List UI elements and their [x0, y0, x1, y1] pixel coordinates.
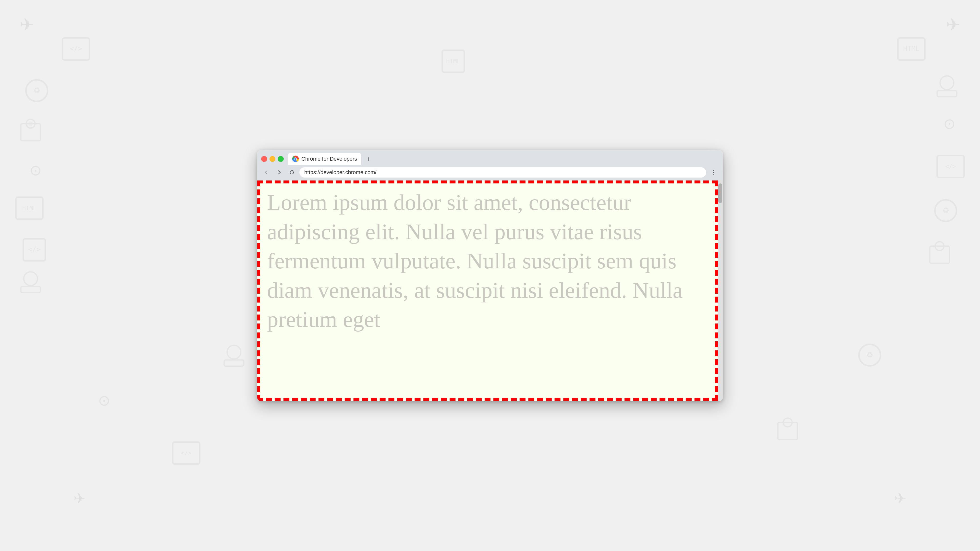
svg-text:</>: </> — [70, 44, 82, 52]
back-button[interactable] — [261, 167, 272, 178]
svg-text:</>: </> — [28, 245, 41, 254]
bg-deco-6: HTML — [15, 196, 44, 221]
bg-deco-5: ⊙ — [29, 162, 41, 179]
scrollbar[interactable] — [718, 181, 723, 401]
window-maximize-button[interactable] — [278, 156, 284, 162]
svg-text:HTML: HTML — [903, 44, 920, 52]
window-close-button[interactable] — [261, 156, 267, 162]
bg-deco-r3 — [934, 73, 960, 99]
svg-point-32 — [783, 418, 792, 427]
svg-point-19 — [935, 200, 956, 221]
window-controls — [261, 156, 284, 162]
svg-rect-31 — [778, 422, 797, 440]
browser-menu-button[interactable] — [708, 167, 719, 178]
svg-point-15 — [940, 76, 954, 90]
svg-rect-21 — [930, 246, 950, 263]
window-minimize-button[interactable] — [269, 156, 275, 162]
url-text: https://developer.chrome.com/ — [304, 169, 701, 176]
svg-point-25 — [227, 345, 241, 359]
svg-rect-7 — [16, 197, 43, 219]
svg-point-37 — [713, 172, 714, 173]
svg-point-35 — [294, 158, 297, 160]
forward-icon — [276, 170, 282, 175]
bg-deco-m5: ♻ — [858, 343, 882, 368]
reload-icon — [289, 170, 294, 175]
browser-toolbar: Chrome for Developers + — [257, 150, 723, 181]
tab-favicon — [292, 156, 299, 162]
bg-deco-m6 — [776, 416, 808, 442]
svg-rect-23 — [442, 50, 464, 72]
browser-content: Lorem ipsum dolor sit amet, consectetur … — [257, 181, 723, 401]
bg-deco-2: </> — [61, 37, 91, 62]
svg-point-29 — [859, 344, 881, 366]
svg-point-11 — [24, 272, 38, 286]
bg-deco-r7 — [929, 240, 960, 265]
browser-tab[interactable]: Chrome for Developers — [288, 153, 361, 165]
svg-rect-13 — [898, 38, 925, 60]
svg-point-5 — [26, 119, 35, 128]
bg-deco-r6: ♻ — [934, 198, 958, 224]
svg-rect-0 — [62, 38, 89, 60]
menu-dots-icon — [711, 170, 717, 175]
tab-bar: Chrome for Developers + — [288, 153, 374, 165]
bg-deco-r5: </> — [936, 154, 965, 180]
bg-deco-m3: ⊙ — [98, 392, 110, 409]
svg-text:♻: ♻ — [866, 351, 873, 359]
scrollbar-thumb[interactable] — [718, 183, 722, 203]
svg-point-36 — [713, 170, 714, 171]
svg-point-2 — [26, 80, 48, 102]
browser-wrapper: Chrome for Developers + — [257, 150, 723, 401]
bg-deco-1: ✈ — [20, 15, 34, 35]
bg-deco-m7: ✈ — [73, 490, 86, 507]
svg-rect-27 — [173, 442, 200, 464]
bg-deco-4 — [20, 118, 51, 143]
svg-rect-12 — [21, 286, 40, 293]
reload-button[interactable] — [286, 167, 297, 178]
svg-rect-17 — [937, 156, 964, 178]
browser-window: Chrome for Developers + — [257, 150, 723, 401]
new-tab-button[interactable]: + — [363, 154, 374, 164]
svg-rect-4 — [21, 124, 40, 141]
svg-text:♻: ♻ — [33, 86, 40, 95]
address-bar[interactable]: https://developer.chrome.com/ — [299, 167, 706, 178]
svg-rect-16 — [937, 91, 957, 97]
bg-deco-m1: HTML — [441, 49, 466, 75]
back-icon — [264, 170, 269, 175]
bg-deco-m2 — [221, 343, 247, 368]
svg-rect-26 — [224, 360, 244, 366]
browser-navbar: https://developer.chrome.com/ — [257, 165, 723, 181]
svg-point-22 — [935, 242, 944, 251]
svg-text:♻: ♻ — [942, 206, 950, 215]
bg-deco-r1: ✈ — [946, 15, 960, 35]
bg-deco-3: ♻ — [24, 78, 49, 104]
bg-deco-m4: </> — [172, 441, 201, 466]
svg-rect-9 — [23, 239, 45, 261]
svg-text:</>: </> — [945, 163, 956, 170]
tab-title: Chrome for Developers — [301, 156, 357, 162]
forward-button[interactable] — [274, 167, 284, 178]
page-content-text: Lorem ipsum dolor sit amet, consectetur … — [257, 181, 723, 341]
bg-deco-8 — [17, 269, 44, 295]
svg-text:HTML: HTML — [22, 205, 37, 211]
bg-deco-r4: ⊙ — [943, 115, 956, 132]
bg-deco-r2: HTML — [897, 37, 926, 62]
svg-text:</>: </> — [181, 449, 191, 456]
svg-text:HTML: HTML — [446, 58, 460, 65]
bg-deco-m8: ✈ — [894, 490, 907, 507]
svg-point-38 — [713, 174, 714, 175]
svg-point-6 — [29, 121, 33, 126]
bg-deco-7: </> — [22, 238, 46, 263]
browser-titlebar: Chrome for Developers + — [257, 150, 723, 165]
